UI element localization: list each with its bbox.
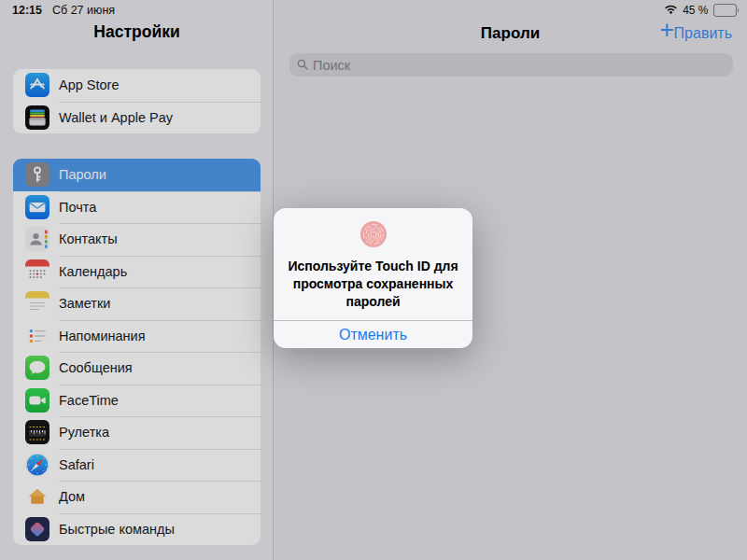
ipad-settings-screen: 12:15 Сб 27 июня Настройки App Store Wal… xyxy=(0,0,747,560)
touchid-dialog: Используйте Touch ID для просмотра сохра… xyxy=(274,208,472,348)
dialog-message: Используйте Touch ID для просмотра сохра… xyxy=(274,252,472,311)
touchid-fingerprint-icon xyxy=(274,220,472,252)
cancel-button[interactable]: Отменить xyxy=(274,321,472,348)
